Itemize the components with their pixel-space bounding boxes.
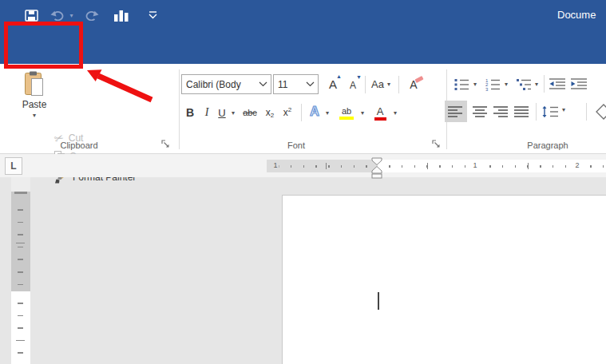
undo-icon [50, 10, 66, 21]
superscript-button[interactable]: x2 [279, 104, 295, 121]
justify-button[interactable] [512, 101, 533, 122]
paste-button[interactable]: Paste ▾ [19, 69, 50, 136]
highlight-color-bar [339, 117, 354, 120]
eraser-icon [414, 76, 423, 83]
align-left-button[interactable] [445, 101, 467, 122]
ruler-number: 1 [271, 161, 279, 169]
save-icon [25, 10, 38, 22]
font-color-bar [374, 117, 386, 121]
line-spacing-icon [541, 105, 559, 118]
align-left-icon [447, 105, 465, 118]
ruler-number: 2 [573, 161, 580, 169]
small-divider [586, 103, 587, 121]
shrink-font-button[interactable]: A ▼ [344, 76, 362, 94]
paragraph-group-label: Paragraph [527, 140, 568, 150]
font-size-value: 11 [278, 79, 287, 90]
save-button[interactable] [24, 9, 38, 22]
font-group-label: Font [287, 140, 305, 150]
shading-bucket-icon [596, 104, 606, 120]
decrease-indent-button[interactable] [548, 75, 567, 93]
italic-button[interactable]: I [200, 104, 213, 121]
ruler-row: L 1 1 2 [0, 154, 606, 177]
ribbon: Paste ▾ ✂ Cut Copy Format Painter Clipbo… [0, 64, 606, 154]
tab-selector-button[interactable]: L [5, 157, 22, 175]
grow-font-button[interactable]: A ▲ [323, 74, 343, 94]
underline-button[interactable]: U [216, 104, 228, 121]
chevron-down-icon [306, 81, 315, 87]
multilevel-dropdown-caret[interactable]: ▾ [533, 80, 541, 89]
undo-dropdown-caret[interactable]: ▾ [68, 12, 75, 18]
customize-quick-access-button[interactable] [147, 10, 159, 20]
justify-icon [513, 105, 531, 118]
svg-text:3: 3 [485, 86, 489, 91]
subscript-button[interactable]: x2 [262, 104, 278, 121]
document-title: Docume [557, 9, 596, 21]
redo-button[interactable] [82, 10, 100, 21]
bullets-icon [454, 77, 469, 91]
clear-formatting-button[interactable]: A [403, 74, 424, 94]
small-divider [365, 76, 366, 93]
highlight-dropdown-caret[interactable]: ▾ [358, 109, 366, 118]
font-color-button[interactable]: A [370, 102, 390, 123]
redo-icon [83, 10, 99, 21]
clipboard-dialog-launcher[interactable] [160, 139, 171, 149]
paste-icon [24, 71, 45, 97]
shading-button[interactable] [594, 101, 606, 122]
dialog-launcher-icon [432, 140, 441, 148]
underline-dropdown-caret[interactable]: ▾ [229, 109, 237, 118]
numbering-button[interactable]: 123 [483, 75, 502, 93]
bullets-button[interactable] [452, 75, 471, 93]
align-center-button[interactable] [470, 101, 491, 122]
decrease-indent-icon [549, 77, 566, 90]
indent-markers[interactable] [371, 157, 382, 179]
vertical-ruler-margin-segment [11, 192, 30, 291]
vertical-ruler-page-segment [11, 291, 30, 364]
numbering-dropdown-caret[interactable]: ▾ [502, 80, 510, 89]
change-case-button[interactable]: Aa ▾ [369, 74, 393, 94]
multilevel-list-icon [516, 77, 532, 91]
ribbon-tab-row: Home File Insert Design Layout Reference… [0, 30, 606, 64]
small-divider [398, 76, 399, 93]
text-cursor [378, 292, 379, 310]
increase-indent-button[interactable] [569, 75, 588, 93]
chart-icon [113, 9, 129, 22]
bullets-dropdown-caret[interactable]: ▾ [471, 80, 479, 89]
group-divider [179, 69, 180, 149]
multilevel-list-button[interactable] [514, 75, 533, 93]
word-window: ▾ Docume Home File Insert Design [0, 0, 606, 364]
line-spacing-button[interactable] [540, 101, 560, 122]
increase-indent-icon [570, 77, 588, 90]
bold-button[interactable]: B [183, 104, 197, 121]
dialog-launcher-icon [161, 140, 170, 148]
shrink-arrow-icon: ▼ [356, 74, 362, 80]
highlight-button[interactable]: ab [335, 102, 358, 123]
horizontal-ruler[interactable]: 1 2 [378, 160, 606, 172]
font-name-combobox[interactable]: Calibri (Body [181, 74, 271, 94]
small-divider [544, 75, 545, 93]
align-right-icon [493, 105, 510, 118]
font-name-value: Calibri (Body [186, 79, 241, 90]
chart-button[interactable] [112, 8, 131, 22]
align-center-icon [472, 105, 489, 118]
undo-button[interactable] [50, 10, 67, 21]
vertical-ruler[interactable] [11, 177, 30, 364]
paste-label: Paste [22, 99, 47, 110]
title-bar: ▾ Docume [0, 0, 606, 30]
clipboard-group-label: Clipboard [60, 140, 97, 150]
small-divider [536, 103, 537, 121]
line-spacing-dropdown-caret[interactable]: ▾ [560, 105, 568, 115]
strikethrough-button[interactable]: abc [240, 105, 260, 121]
font-color-dropdown-caret[interactable]: ▾ [391, 109, 399, 118]
align-right-button[interactable] [491, 101, 512, 122]
text-effects-dropdown-caret[interactable]: ▾ [323, 109, 331, 118]
ruler-number: 1 [471, 161, 478, 169]
small-divider [301, 104, 302, 121]
font-dialog-launcher[interactable] [431, 139, 442, 149]
document-page[interactable] [282, 195, 606, 364]
font-size-combobox[interactable]: 11 [273, 74, 319, 94]
customize-chevron-icon [148, 11, 158, 19]
tab-stop-icon: L [10, 160, 16, 172]
ruler-margin-segment[interactable]: 1 [267, 160, 378, 172]
text-effects-button[interactable]: A [306, 102, 323, 121]
text-effects-icon: A [310, 105, 319, 119]
